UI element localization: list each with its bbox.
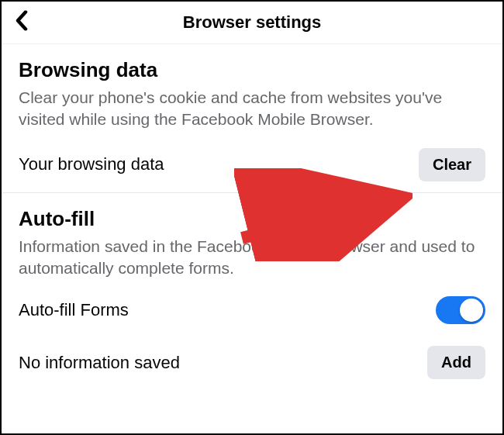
autofill-forms-toggle[interactable] [436,296,485,324]
page-title: Browser settings [14,12,490,33]
browsing-data-label: Your browsing data [19,154,164,174]
browsing-data-section: Browsing data Clear your phone's cookie … [2,44,502,131]
autofill-forms-label: Auto-fill Forms [19,300,129,320]
browsing-data-description: Clear your phone's cookie and cache from… [19,87,485,131]
autofill-title: Auto-fill [19,207,485,231]
back-button[interactable] [16,11,28,35]
no-info-row: No information saved Add [2,335,502,390]
browsing-data-row: Your browsing data Clear [2,137,502,193]
browsing-data-title: Browsing data [19,58,485,82]
add-button[interactable]: Add [427,346,485,379]
toggle-knob [460,299,483,322]
clear-button[interactable]: Clear [419,148,485,181]
autofill-description: Information saved in the Facebook Mobile… [19,236,485,280]
autofill-section: Auto-fill Information saved in the Faceb… [2,193,502,280]
no-info-label: No information saved [19,353,180,373]
header: Browser settings [2,2,502,44]
autofill-forms-row: Auto-fill Forms [2,285,502,335]
chevron-left-icon [16,11,28,31]
